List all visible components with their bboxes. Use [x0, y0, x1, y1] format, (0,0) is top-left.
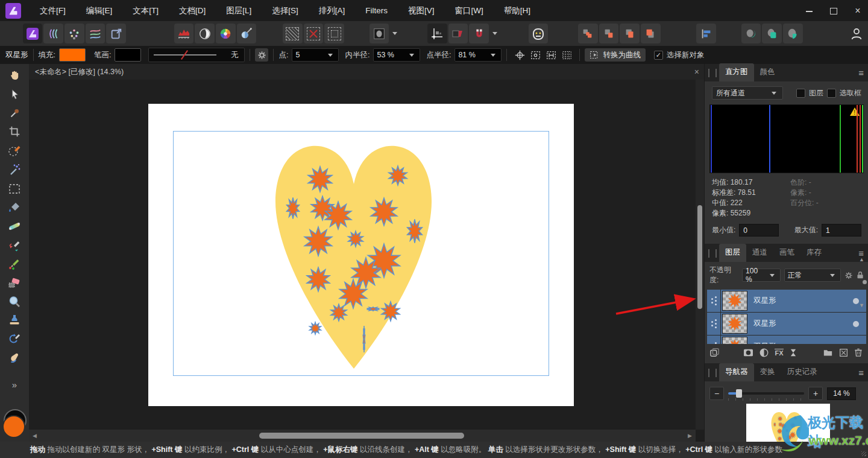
menu-item-2[interactable]: 文本[T] — [122, 6, 169, 15]
auto-white-balance-button[interactable] — [237, 24, 257, 43]
stroke-settings-button[interactable] — [255, 48, 268, 62]
layer-row-0[interactable]: 双星形 — [707, 290, 866, 312]
panel-resize-dot[interactable] — [863, 280, 867, 284]
layer-row-1[interactable]: 双星形 — [707, 313, 866, 335]
vertical-scroll-thumb[interactable] — [697, 205, 702, 309]
color-picker-tool[interactable] — [5, 104, 24, 122]
zoom-value-field[interactable]: 14 % — [827, 387, 856, 400]
drag-handle-icon[interactable] — [707, 336, 721, 344]
magnet-snapping-button[interactable] — [469, 24, 489, 43]
snap-grid-button[interactable] — [559, 48, 574, 62]
quick-mask-chevron-icon[interactable] — [392, 32, 397, 35]
tab-histogram[interactable]: 直方图 — [719, 63, 754, 81]
max-input[interactable]: 1 — [822, 224, 861, 237]
liquify-persona-button[interactable] — [43, 24, 63, 43]
crop-tool[interactable] — [5, 122, 24, 141]
alignment-button[interactable] — [696, 24, 716, 43]
minimize-button[interactable] — [805, 7, 814, 15]
visibility-dot[interactable] — [853, 298, 859, 304]
live-filter-fx-icon[interactable]: FX — [775, 349, 783, 357]
drag-handle-icon[interactable] — [707, 313, 721, 335]
menu-item-6[interactable]: 排列[A] — [309, 6, 356, 15]
app-logo-icon[interactable] — [5, 3, 21, 19]
maximize-button[interactable] — [829, 7, 838, 15]
min-input[interactable]: 0 — [739, 224, 779, 237]
arrange-to-front-button[interactable] — [641, 24, 661, 43]
marquee-checkbox[interactable] — [827, 89, 836, 98]
select-new-object-checkbox[interactable]: ✓ — [654, 51, 663, 60]
tab-stock[interactable]: 库存 — [800, 244, 828, 262]
more-tools-button[interactable]: » — [5, 375, 24, 393]
menu-item-5[interactable]: 选择[S] — [262, 6, 309, 15]
invert-selection-button[interactable] — [324, 24, 344, 43]
horizontal-scroll-thumb[interactable] — [259, 433, 464, 439]
layer-thumbnail[interactable] — [722, 337, 747, 344]
adjustment-layer-icon[interactable] — [760, 348, 769, 357]
scroll-left-icon[interactable]: ◀ — [30, 433, 39, 439]
layer-thumbnail[interactable] — [722, 291, 747, 311]
hamburger-icon[interactable]: ≡ — [858, 68, 864, 78]
inner-radius-dropdown[interactable]: 53 % — [373, 48, 420, 62]
arrange-back-one-button[interactable] — [578, 24, 598, 43]
menu-item-3[interactable]: 文档[D] — [169, 6, 216, 15]
flood-fill-tool[interactable] — [5, 199, 24, 217]
smudge-tool[interactable] — [5, 348, 24, 366]
tab-brushes[interactable]: 画笔 — [773, 244, 800, 262]
tab-history[interactable]: 历史记录 — [781, 363, 823, 381]
view-tool[interactable] — [5, 66, 24, 84]
pixel-alignment-button[interactable] — [448, 24, 468, 43]
layer-thumbnail[interactable] — [722, 314, 747, 334]
stroke-swatch[interactable] — [115, 48, 141, 62]
lock-icon[interactable] — [857, 271, 864, 279]
zoom-in-button[interactable]: + — [808, 387, 823, 400]
fill-swatch[interactable] — [59, 48, 86, 62]
arrange-to-back-button[interactable] — [620, 24, 640, 43]
snap-midpoint-button[interactable] — [543, 48, 559, 62]
merge-selected-button[interactable] — [762, 24, 782, 43]
photo-persona-button[interactable] — [23, 24, 43, 43]
menu-item-1[interactable]: 编辑[E] — [76, 6, 123, 15]
select-all-button[interactable] — [283, 24, 303, 43]
histogram-display[interactable]: ! — [709, 104, 864, 173]
document-tab[interactable]: <未命名> [已修改] (14.3%) — [29, 67, 124, 77]
zoom-slider-handle[interactable] — [736, 389, 742, 398]
delete-layer-icon[interactable] — [854, 348, 863, 357]
resize-grip[interactable] — [861, 451, 866, 456]
snap-center-button[interactable] — [512, 48, 527, 62]
clone-stamp-tool[interactable] — [5, 311, 24, 329]
move-tool[interactable] — [5, 86, 24, 104]
menu-item-10[interactable]: 帮助[H] — [494, 6, 541, 15]
undo-brush-tool[interactable] — [5, 329, 24, 347]
tab-transform[interactable]: 变换 — [754, 363, 781, 381]
layer-row-2[interactable]: 双星形 — [707, 336, 866, 344]
layer-settings-gear-icon[interactable] — [844, 271, 853, 280]
account-button[interactable] — [847, 24, 867, 43]
selection-brush-tool[interactable] — [5, 141, 24, 159]
auto-levels-button[interactable] — [174, 24, 194, 43]
merge-visible-button[interactable] — [741, 24, 761, 43]
vertical-scrollbar[interactable] — [696, 80, 704, 430]
opacity-dropdown[interactable]: 100 % — [742, 269, 780, 282]
horizontal-scrollbar[interactable]: ◀ ▶ — [29, 430, 696, 442]
edit-all-layers-icon[interactable] — [839, 348, 848, 357]
scroll-right-icon[interactable]: ▶ — [685, 433, 694, 439]
tab-color[interactable]: 颜色 — [754, 63, 781, 81]
snapping-grid-button[interactable] — [427, 24, 447, 43]
menu-item-7[interactable]: Filters — [355, 6, 398, 15]
stroke-width-control[interactable]: 无 — [148, 48, 245, 62]
point-radius-dropdown[interactable]: 81 % — [454, 48, 502, 62]
channels-dropdown[interactable]: 所有通道 — [712, 86, 783, 100]
marquee-tool[interactable] — [5, 180, 24, 198]
tab-channels[interactable]: 通道 — [746, 244, 773, 262]
document-close-icon[interactable]: × — [694, 67, 699, 77]
canvas-viewport[interactable] — [29, 80, 696, 430]
blend-mode-dropdown[interactable]: 正常 — [784, 269, 841, 282]
panel-drag-handle-icon[interactable] — [708, 369, 717, 377]
blend-ranges-icon[interactable] — [790, 348, 797, 357]
panel-drag-handle-icon[interactable] — [708, 69, 717, 77]
menu-item-4[interactable]: 图层[L] — [216, 6, 262, 15]
rasterise-button[interactable] — [783, 24, 803, 43]
visibility-dot[interactable] — [853, 321, 859, 327]
gradient-tool[interactable] — [5, 217, 24, 235]
arrange-forward-one-button[interactable] — [599, 24, 619, 43]
